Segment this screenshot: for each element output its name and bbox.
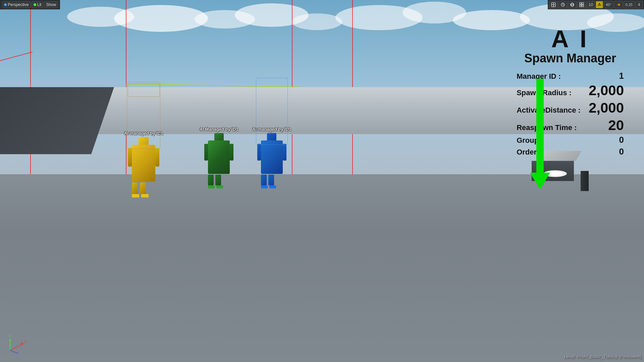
svg-text:Y: Y [8,335,11,339]
ground [0,174,644,362]
tr-btn-sphere[interactable] [568,1,577,8]
arrow-shaft [536,79,544,173]
robot-green-feet [208,185,230,188]
tr-btn-realtime[interactable] [558,1,567,8]
hud-title-ai: A I [517,27,624,51]
tr-btn-angle[interactable]: 45° [604,1,613,8]
svg-rect-9 [580,3,581,4]
robot-blue [261,133,283,188]
ai-character-blue: AI managed by ID1 [252,127,291,188]
cube-side [581,171,589,191]
tr-btn-10[interactable]: 10 [587,1,595,8]
robot-yellow-head [139,137,149,145]
spawn-radius-value: 2,000 [589,82,624,99]
show-button[interactable]: Show [44,1,58,8]
ai-character-yellow: AI managed by ID1 [124,131,163,197]
tr-btn-layout[interactable] [549,1,558,8]
spawn-arrow [530,79,550,189]
perspective-label: Perspective [8,2,29,7]
hud-title-spawn: Spawn Manager [517,51,624,65]
arrow-head [530,173,550,189]
robot-blue-head [267,133,276,141]
tr-btn-snap[interactable] [614,1,623,8]
svg-rect-11 [580,5,581,7]
level-label: Level: ProAI_Basic_Tutorial (Persistent) [564,354,641,359]
svg-text:X: X [24,340,26,344]
toolbar-right: 10 ⚠ 45° 0.25 4 [548,0,644,9]
ai-label-blue: AI managed by ID1 [252,127,291,132]
order-value: 0 [597,146,624,157]
robot-yellow-body [132,145,155,182]
tr-btn-scale[interactable]: 0.25 [624,1,635,8]
robot-yellow-feet [132,194,155,197]
level-label-text: Level: ProAI_Basic_Tutorial (Persistent) [564,354,641,359]
perspective-button[interactable]: Perspective [2,1,31,8]
reaspawn-time-value: 20 [597,117,624,133]
toolbar: Perspective Lit Show [0,0,60,9]
left-wall [0,87,114,154]
manager-id-value: 1 [597,71,624,81]
svg-rect-10 [582,3,584,4]
robot-green [208,133,230,188]
svg-marker-14 [619,4,620,6]
ai-character-green: AI Managed by ID1 [200,127,238,188]
ai-label-yellow: AI managed by ID1 [124,131,163,136]
group-value: 0 [597,135,624,145]
tr-btn-4[interactable]: 4 [635,1,643,8]
robot-blue-body [261,140,283,174]
tr-btn-grid[interactable] [577,1,586,8]
robot-green-legs [208,175,230,185]
ai-label-green: AI Managed by ID1 [200,127,238,132]
perspective-dot [4,3,7,6]
viewport: AI managed by ID1 AI Managed by ID1 [0,0,644,362]
show-label: Show [46,2,56,7]
axes-widget: X Y [7,335,27,355]
lit-dot [34,3,36,6]
lit-button[interactable]: Lit [32,1,44,8]
svg-line-21 [10,350,18,354]
robot-green-body [208,140,230,174]
robot-yellow-legs [132,182,155,194]
lit-label: Lit [37,2,42,7]
svg-line-5 [563,5,564,5]
svg-marker-19 [9,339,11,341]
svg-rect-12 [582,5,584,7]
robot-blue-feet [261,185,283,188]
robot-blue-legs [261,175,283,185]
robot-yellow [132,137,155,197]
tr-btn-warning[interactable]: ⚠ [596,1,603,8]
activate-distance-value: 2,000 [589,100,624,116]
robot-green-head [214,133,224,141]
